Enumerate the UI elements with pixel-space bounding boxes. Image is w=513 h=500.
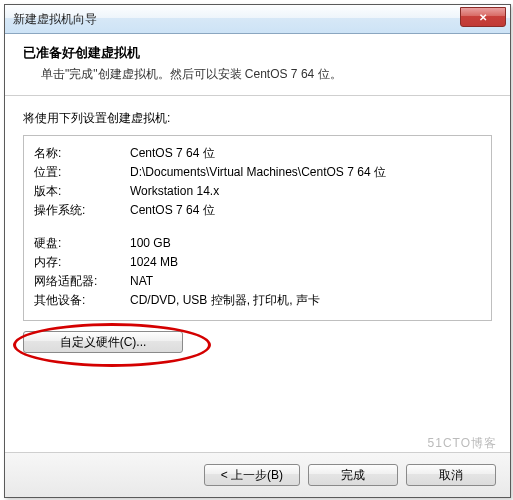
- customize-hardware-button[interactable]: 自定义硬件(C)...: [23, 331, 183, 353]
- label-other: 其他设备:: [34, 291, 130, 310]
- value-name: CentOS 7 64 位: [130, 144, 481, 163]
- settings-lead-text: 将使用下列设置创建虚拟机:: [23, 110, 492, 127]
- header-heading: 已准备好创建虚拟机: [23, 44, 492, 62]
- label-network: 网络适配器:: [34, 272, 130, 291]
- value-other: CD/DVD, USB 控制器, 打印机, 声卡: [130, 291, 481, 310]
- label-location: 位置:: [34, 163, 130, 182]
- value-memory: 1024 MB: [130, 253, 481, 272]
- label-name: 名称:: [34, 144, 130, 163]
- wizard-window: 新建虚拟机向导 ✕ 已准备好创建虚拟机 单击"完成"创建虚拟机。然后可以安装 C…: [4, 4, 511, 498]
- row-location: 位置: D:\Documents\Virtual Machines\CentOS…: [34, 163, 481, 182]
- row-disk: 硬盘: 100 GB: [34, 234, 481, 253]
- label-version: 版本:: [34, 182, 130, 201]
- wizard-footer: < 上一步(B) 完成 取消: [5, 452, 510, 497]
- row-name: 名称: CentOS 7 64 位: [34, 144, 481, 163]
- row-version: 版本: Workstation 14.x: [34, 182, 481, 201]
- value-version: Workstation 14.x: [130, 182, 481, 201]
- wizard-content: 将使用下列设置创建虚拟机: 名称: CentOS 7 64 位 位置: D:\D…: [5, 96, 510, 452]
- wizard-header: 已准备好创建虚拟机 单击"完成"创建虚拟机。然后可以安装 CentOS 7 64…: [5, 34, 510, 96]
- close-icon: ✕: [479, 12, 487, 23]
- close-button[interactable]: ✕: [460, 7, 506, 27]
- row-other: 其他设备: CD/DVD, USB 控制器, 打印机, 声卡: [34, 291, 481, 310]
- value-disk: 100 GB: [130, 234, 481, 253]
- row-network: 网络适配器: NAT: [34, 272, 481, 291]
- back-button[interactable]: < 上一步(B): [204, 464, 300, 486]
- label-os: 操作系统:: [34, 201, 130, 220]
- titlebar: 新建虚拟机向导 ✕: [5, 5, 510, 34]
- label-disk: 硬盘:: [34, 234, 130, 253]
- settings-summary-box: 名称: CentOS 7 64 位 位置: D:\Documents\Virtu…: [23, 135, 492, 321]
- header-subtitle: 单击"完成"创建虚拟机。然后可以安装 CentOS 7 64 位。: [41, 66, 492, 83]
- row-os: 操作系统: CentOS 7 64 位: [34, 201, 481, 220]
- cancel-button[interactable]: 取消: [406, 464, 496, 486]
- finish-button[interactable]: 完成: [308, 464, 398, 486]
- window-title: 新建虚拟机向导: [13, 11, 97, 28]
- value-os: CentOS 7 64 位: [130, 201, 481, 220]
- value-location: D:\Documents\Virtual Machines\CentOS 7 6…: [130, 163, 481, 182]
- customize-hardware-wrap: 自定义硬件(C)...: [23, 331, 203, 353]
- label-memory: 内存:: [34, 253, 130, 272]
- row-memory: 内存: 1024 MB: [34, 253, 481, 272]
- value-network: NAT: [130, 272, 481, 291]
